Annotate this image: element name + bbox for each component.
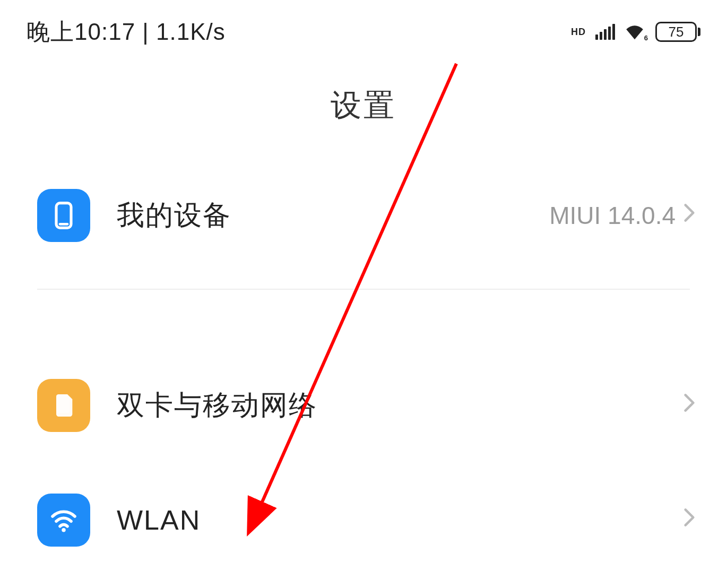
wifi-icon (37, 494, 90, 547)
svg-point-2 (62, 528, 65, 532)
settings-list: 我的设备 MIUI 14.0.4 双卡与移动网络 (0, 174, 727, 561)
settings-item-my-device[interactable]: 我的设备 MIUI 14.0.4 (0, 174, 727, 257)
divider (37, 289, 690, 290)
chevron-right-icon (683, 203, 695, 228)
chevron-right-icon (683, 393, 695, 418)
chevron-right-icon (683, 507, 695, 533)
item-label: 我的设备 (117, 197, 549, 234)
page-title: 设置 (0, 85, 727, 126)
device-icon (37, 189, 90, 242)
item-label: WLAN (117, 504, 676, 536)
hd-label: HD (571, 27, 586, 38)
settings-item-sim-network[interactable]: 双卡与移动网络 (0, 364, 727, 447)
battery-icon: 75 (655, 22, 700, 42)
item-value: MIUI 14.0.4 (549, 201, 676, 230)
battery-level: 75 (669, 24, 684, 40)
wifi-status-icon: 6 (625, 24, 646, 40)
time-label: 晚上10:17 (27, 19, 135, 45)
signal-bars-icon (595, 24, 615, 40)
item-label: 双卡与移动网络 (117, 387, 676, 424)
status-left: 晚上10:17 | 1.1K/s (27, 16, 226, 48)
settings-item-wlan[interactable]: WLAN (0, 479, 727, 561)
sim-icon (37, 379, 90, 432)
status-right: HD 6 75 (571, 22, 700, 42)
status-bar: 晚上10:17 | 1.1K/s HD 6 75 (0, 0, 727, 48)
wifi-version-label: 6 (644, 34, 648, 42)
network-speed-label: 1.1K/s (156, 19, 226, 45)
